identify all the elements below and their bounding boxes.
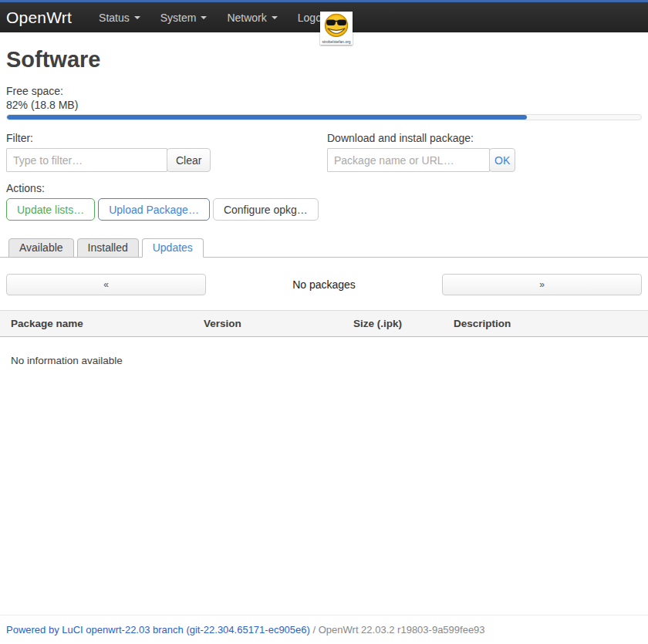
menu-system[interactable]: System — [150, 2, 218, 32]
next-page-button[interactable]: » — [442, 274, 642, 295]
chevron-down-icon — [134, 16, 140, 19]
table-header-row: Package name Version Size (.ipk) Descrip… — [0, 310, 648, 337]
brand-logo[interactable]: OpenWrt — [6, 8, 72, 27]
download-label: Download and install package: — [327, 132, 515, 144]
free-space-progressbar — [6, 114, 642, 120]
controls-row: Filter: Clear Download and install packa… — [6, 132, 642, 172]
col-version: Version — [193, 318, 343, 329]
configure-opkg-button[interactable]: Configure opkg… — [213, 198, 319, 221]
upload-package-button[interactable]: Upload Package… — [98, 198, 210, 221]
footer-separator: / — [310, 624, 319, 636]
tab-installed[interactable]: Installed — [77, 238, 139, 258]
actions-section: Actions: Update lists… Upload Package… C… — [6, 182, 642, 221]
menu-network-label: Network — [227, 12, 266, 24]
package-tabs: Available Installed Updates — [0, 238, 648, 258]
col-description: Description — [443, 318, 648, 329]
menu-system-label: System — [160, 12, 197, 24]
download-package-input[interactable] — [327, 148, 490, 172]
col-size: Size (.ipk) — [343, 318, 443, 329]
prev-page-button[interactable]: « — [6, 274, 206, 295]
update-lists-button[interactable]: Update lists… — [6, 198, 95, 221]
footer: Powered by LuCI openwrt-22.03 branch (gi… — [0, 615, 648, 644]
clear-filter-button[interactable]: Clear — [167, 148, 211, 172]
pager-status: No packages — [292, 278, 356, 291]
filter-input[interactable] — [6, 148, 167, 172]
site-logo: strobelstefan.org — [320, 12, 353, 45]
menu-status-label: Status — [99, 12, 130, 24]
site-logo-caption: strobelstefan.org — [321, 39, 352, 44]
content: Software Free space: 82% (18.8 MB) Filte… — [0, 47, 648, 366]
download-ok-button[interactable]: OK — [489, 148, 515, 172]
col-package-name: Package name — [0, 318, 193, 329]
firmware-version: OpenWrt 22.03.2 r19803-9a599fee93 — [319, 624, 485, 636]
free-space-value: 82% (18.8 MB) — [6, 98, 642, 112]
tab-updates[interactable]: Updates — [142, 238, 204, 258]
menu-status[interactable]: Status — [89, 2, 150, 32]
top-navbar: OpenWrt Status System Network Logout str… — [0, 0, 648, 32]
actions-label: Actions: — [6, 182, 642, 194]
chevron-down-icon — [272, 16, 278, 19]
pagination: « No packages » — [6, 274, 642, 295]
luci-branch-link[interactable]: Powered by LuCI openwrt-22.03 branch (gi… — [6, 624, 310, 636]
free-space-label: Free space: — [6, 84, 642, 98]
free-space-section: Free space: 82% (18.8 MB) — [6, 84, 642, 120]
smiley-sunglasses-icon — [322, 13, 350, 39]
page-title: Software — [6, 47, 642, 72]
table-empty-message: No information available — [11, 355, 648, 366]
download-group: Download and install package: OK — [327, 132, 515, 172]
free-space-progress-fill — [7, 115, 527, 120]
main-menu: Status System Network Logout — [89, 2, 341, 32]
tab-available[interactable]: Available — [8, 238, 74, 258]
chevron-down-icon — [201, 16, 207, 19]
filter-label: Filter: — [6, 132, 327, 144]
menu-network[interactable]: Network — [217, 2, 287, 32]
filter-group: Filter: Clear — [6, 132, 327, 172]
package-table: Package name Version Size (.ipk) Descrip… — [0, 310, 648, 366]
